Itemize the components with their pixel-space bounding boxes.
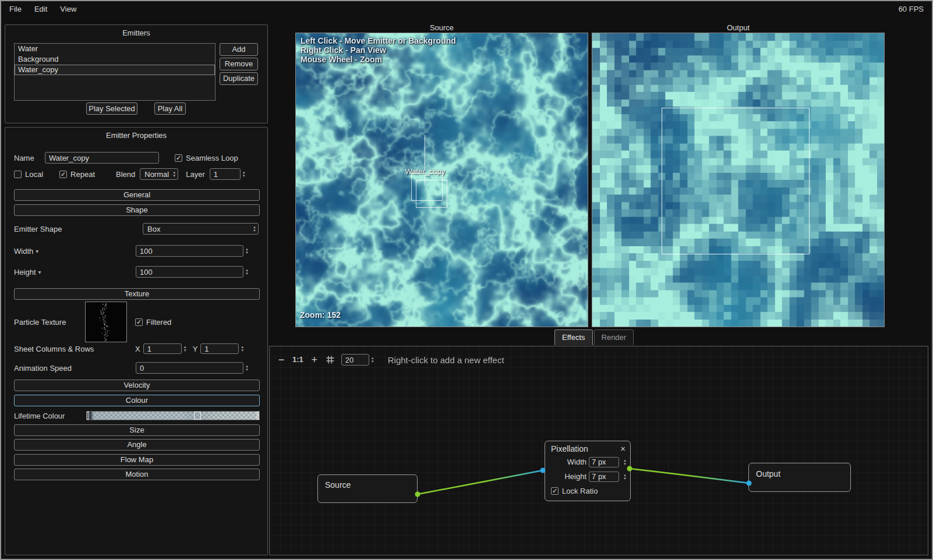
sheet-x-spinner[interactable]: ▲▼ [183,345,187,352]
emitter-gizmo-box[interactable] [416,180,447,208]
emitter-properties-panel: Emitter Properties Name Seamless Loop Lo… [5,127,268,555]
section-flow-map[interactable]: Flow Map [14,454,260,466]
lifetime-colour-label: Lifetime Colour [14,412,83,420]
seamless-loop-label: Seamless Loop [186,154,238,162]
lock-ratio-checkbox[interactable] [551,487,559,495]
height-label: Height [14,268,36,277]
node-pixellation[interactable]: Pixellation × Width ▲▼ Height ▲▼ Lock Ra… [545,441,631,501]
section-texture[interactable]: Texture [14,288,260,300]
seamless-loop-checkbox[interactable] [175,154,182,162]
spin-down-icon[interactable]: ▼ [245,272,249,275]
spin-down-icon[interactable]: ▼ [623,462,627,466]
height-spinner[interactable]: ▲▼ [245,268,249,275]
add-emitter-button[interactable]: Add [220,43,258,56]
emitter-list-item-selected[interactable]: Water_copy [15,65,215,75]
spin-down-icon[interactable]: ▼ [245,251,249,254]
menu-edit[interactable]: Edit [34,5,47,13]
pixellation-height-spinner[interactable]: ▲▼ [623,473,627,480]
spin-down-icon[interactable]: ▼ [241,349,244,352]
filtered-checkbox[interactable] [135,318,143,326]
emitter-list-item[interactable]: Water [15,44,215,54]
section-colour[interactable]: Colour [14,395,260,406]
remove-emitter-button[interactable]: Remove [220,58,258,70]
source-viewport-title: Source [295,23,588,33]
layer-spinner[interactable]: ▲▼ [242,171,246,178]
tab-render[interactable]: Render [594,329,634,345]
pixellation-height-input[interactable] [589,472,619,482]
zoom-in-button[interactable]: + [310,355,319,365]
width-spinner[interactable]: ▲▼ [245,247,249,254]
section-shape[interactable]: Shape [14,204,260,216]
lock-ratio-label: Lock Ratio [562,487,598,495]
node-source[interactable]: Source [317,474,418,503]
zoom-actual-button[interactable]: 1:1 [292,355,303,365]
fps-counter: 60 FPS [899,5,924,13]
pixellation-output-port[interactable] [627,466,632,472]
spin-down-icon[interactable]: ▼ [172,174,176,178]
section-angle[interactable]: Angle [14,439,260,451]
tab-effects[interactable]: Effects [554,329,593,345]
sheet-y-spinner[interactable]: ▲▼ [241,345,244,352]
zoom-out-button[interactable]: − [277,355,286,365]
play-all-button[interactable]: Play All [154,102,186,115]
width-input[interactable] [136,245,243,257]
gradient-overlay [87,412,259,420]
zoom-level-label: Zoom: 152 [300,310,341,320]
snap-size-input[interactable] [341,354,369,366]
local-checkbox[interactable] [14,171,22,178]
spin-down-icon[interactable]: ▼ [371,360,374,363]
emitter-shape-spinner[interactable]: ▲▼ [253,225,256,232]
source-viewport[interactable]: Left Click - Move Emitter or Background … [295,33,588,327]
emitter-list[interactable]: Water Background Water_copy [14,43,215,101]
emitter-list-item[interactable]: Background [15,54,215,65]
effects-node-editor[interactable]: − 1:1 + ▲▼ Right-click to add a new effe… [269,346,928,555]
spin-down-icon[interactable]: ▼ [183,349,187,352]
play-selected-button[interactable]: Play Selected [86,102,137,115]
sheet-y-input[interactable] [200,343,239,354]
spin-down-icon[interactable]: ▼ [253,229,256,232]
layer-input[interactable] [210,168,241,180]
lifetime-colour-gradient[interactable] [86,411,260,420]
snap-size-spinner[interactable]: ▲▼ [371,356,374,363]
pixellation-input-port[interactable] [540,468,546,473]
menu-bar: File Edit View 60 FPS [1,1,932,17]
spin-down-icon[interactable]: ▼ [623,477,627,480]
gradient-stop-handle[interactable] [87,412,89,420]
spin-down-icon[interactable]: ▼ [242,174,246,178]
sheet-x-input[interactable] [143,343,182,354]
menu-file[interactable]: File [9,5,22,13]
emitter-shape-select[interactable]: Box ▲▼ [143,223,259,235]
particle-texture-canvas [86,302,126,342]
spin-down-icon[interactable]: ▼ [245,368,249,371]
source-output-port[interactable] [415,492,420,497]
height-input[interactable] [136,266,243,278]
particle-texture-thumbnail[interactable] [85,302,127,342]
height-mode-caret-icon[interactable]: ▾ [38,269,41,275]
emitter-name-input[interactable] [45,152,159,164]
blend-spinner[interactable]: ▲▼ [172,171,176,178]
animation-speed-spinner[interactable]: ▲▼ [245,364,249,371]
snap-grid-icon[interactable] [326,355,335,364]
node-output[interactable]: Output [748,463,851,492]
emitter-shape-label: Emitter Shape [14,225,62,233]
pixellation-width-spinner[interactable]: ▲▼ [623,459,627,466]
gradient-stop-handle[interactable] [257,412,259,420]
close-icon[interactable]: × [620,444,625,453]
blend-mode-select[interactable]: Normal ▲▼ [140,168,178,180]
width-mode-caret-icon[interactable]: ▾ [36,248,38,254]
section-size[interactable]: Size [14,424,260,436]
section-velocity[interactable]: Velocity [14,380,260,391]
duplicate-emitter-button[interactable]: Duplicate [220,72,258,85]
repeat-checkbox[interactable] [59,171,67,178]
pixellation-width-input[interactable] [589,457,619,467]
animation-speed-input[interactable] [136,362,243,374]
output-viewport[interactable] [592,33,885,327]
gradient-stop-handle[interactable] [194,412,201,420]
node-editor-toolbar: − 1:1 + ▲▼ Right-click to add a new effe… [277,352,504,367]
section-general[interactable]: General [14,189,260,201]
section-motion[interactable]: Motion [14,469,260,480]
menu-view[interactable]: View [60,5,76,13]
blend-label: Blend [116,170,135,179]
output-input-port[interactable] [747,481,752,486]
help-line: Mouse Wheel - Zoom [301,55,456,64]
